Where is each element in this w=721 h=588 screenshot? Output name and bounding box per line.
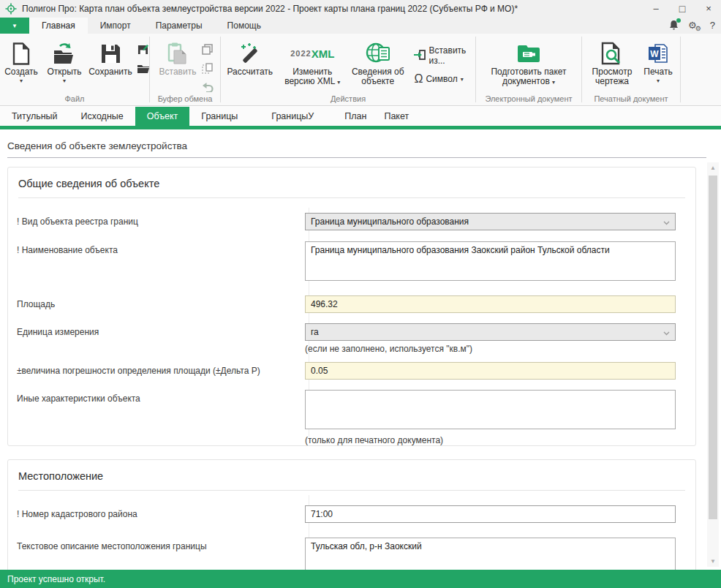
ribbon-tab-bar: ▼ Главная Импорт Параметры Помощь ⚙ ⚙ ?: [0, 18, 721, 34]
save-floppy-icon: [100, 39, 121, 67]
group-label-file: Файл: [0, 94, 149, 103]
ribbon: Создать ▾ Открыть ▾: [0, 34, 721, 106]
minimize-icon[interactable]: –: [648, 1, 664, 16]
application-window: Полигон Про: Карта план объекта землеуст…: [0, 0, 721, 588]
undo-icon[interactable]: [202, 82, 214, 95]
object-name-textarea[interactable]: Граница муниципального образования Заокс…: [305, 241, 676, 281]
field-row-location-description: Текстовое описание местоположения границ…: [8, 538, 695, 570]
group-label-actions: Действия: [221, 94, 475, 103]
globe-info-icon: [366, 39, 390, 67]
location-description-textarea[interactable]: Тульская обл, р-н Заокский: [305, 538, 676, 570]
tab-granitsy-u[interactable]: ГраницыУ: [260, 107, 325, 126]
dropdown-caret-icon: ▾: [657, 78, 660, 84]
field-row-other: Иные характеристики объекта (только для …: [8, 390, 695, 445]
scroll-up-icon[interactable]: ▲: [707, 162, 719, 173]
tab-obekt[interactable]: Объект: [135, 107, 190, 126]
field-row-unit: Единица измерения га (если не заполнено,…: [8, 323, 695, 354]
help-icon[interactable]: ?: [710, 20, 715, 31]
ribbon-group-clipboard: Вставить: [150, 34, 220, 105]
close-icon[interactable]: ×: [701, 1, 717, 16]
tab-titulny[interactable]: Титульный: [0, 107, 69, 126]
page-title: Сведения об объекте землеустройства: [7, 140, 187, 151]
maximize-icon[interactable]: □: [674, 1, 690, 16]
dropdown-caret-icon: ▾: [20, 78, 23, 84]
select-chevron-icon: [663, 221, 670, 225]
paste-from-icon: [414, 50, 426, 62]
scroll-down-icon[interactable]: ▼: [707, 556, 719, 567]
field-row-object-kind: ! Вид объекта реестра границ Граница мун…: [8, 213, 695, 230]
settings-gear-icon[interactable]: ⚙ ⚙: [688, 20, 697, 31]
menubar-right-icons: ⚙ ⚙ ?: [668, 19, 715, 31]
dropdown-caret-icon: ▾: [461, 76, 464, 83]
tab-plan[interactable]: План: [336, 107, 375, 126]
unit-note: (если не заполнено, используется "кв.м"): [305, 344, 676, 354]
title-bar: Полигон Про: Карта план объекта землеуст…: [0, 0, 721, 18]
status-message: Проект успешно открыт.: [7, 574, 105, 584]
field-row-delta: ±величина погрешности определения площад…: [8, 362, 695, 380]
omega-icon: Ω: [414, 73, 423, 85]
app-logo-icon: [5, 3, 17, 15]
ribbon-tab-parametry[interactable]: Параметры: [143, 18, 215, 34]
window-title: Полигон Про: Карта план объекта землеуст…: [22, 4, 518, 14]
dropdown-caret-icon: ▾: [552, 79, 555, 86]
symbol-button[interactable]: Ω Символ ▾: [414, 73, 475, 85]
ribbon-group-actions: Рассчитать 2022 XML Изменить версию XML …: [221, 34, 475, 105]
status-bar: Проект успешно открыт.: [0, 570, 721, 588]
ribbon-tab-import[interactable]: Импорт: [88, 18, 143, 34]
other-note: (только для печатного документа): [305, 435, 676, 445]
window-controls: – □ ×: [648, 0, 717, 18]
content-area: Сведения об объекте землеустройства Общи…: [0, 129, 721, 570]
document-tab-bar: Титульный Исходные Объект Границы Границ…: [0, 107, 721, 126]
ribbon-separator: [680, 37, 681, 102]
group-label-clipboard: Буфер обмена: [150, 94, 220, 103]
ribbon-group-edoc: Подготовить пакет документов ▾ Электронн…: [476, 34, 581, 105]
ribbon-tab-pomosch[interactable]: Помощь: [215, 18, 273, 34]
section-title-location: Местоположение: [8, 460, 695, 482]
save-as-icon[interactable]: [137, 44, 149, 58]
tab-granitsy[interactable]: Границы: [189, 107, 249, 126]
tab-iskhodnye[interactable]: Исходные: [69, 107, 135, 126]
object-name-label: ! Наименование объекта: [8, 241, 298, 256]
section-title-general: Общие сведения об объекте: [8, 167, 695, 189]
dropdown-caret-icon: ▾: [63, 78, 66, 84]
other-label: Иные характеристики объекта: [8, 390, 298, 404]
unit-select[interactable]: га: [305, 323, 676, 341]
select-chevron-icon: [663, 331, 670, 336]
app-menu-caret-icon: ▼: [12, 23, 18, 29]
open-folder-icon: [53, 39, 76, 67]
open-recent-folder-icon[interactable]: [137, 63, 149, 76]
location-form: ! Номер кадастрового района Текстовое оп…: [8, 505, 695, 570]
xml-2022-icon: 2022 XML: [290, 39, 334, 67]
ribbon-tab-glavnaya[interactable]: Главная: [29, 18, 88, 34]
scrollbar-thumb[interactable]: [709, 176, 717, 519]
dropdown-caret-icon: ▾: [337, 79, 340, 86]
delta-input[interactable]: [305, 362, 676, 380]
app-menu-button[interactable]: ▼: [0, 18, 29, 34]
section-divider: [18, 490, 685, 491]
paste-special-icon[interactable]: [202, 63, 214, 77]
group-label-print: Печатный документ: [582, 94, 680, 103]
location-description-label: Текстовое описание местоположения границ…: [8, 538, 298, 552]
cadastral-district-input[interactable]: [305, 505, 676, 523]
unit-label: Единица измерения: [8, 323, 298, 338]
paste-from-button[interactable]: Вставить из...: [414, 45, 475, 66]
tab-paket[interactable]: Пакет: [375, 107, 418, 126]
field-row-object-name: ! Наименование объекта Граница муниципал…: [8, 241, 695, 284]
new-document-icon: [12, 39, 31, 67]
object-kind-select[interactable]: Граница муниципального образования: [305, 213, 676, 230]
preview-magnifier-icon: [601, 39, 623, 67]
ribbon-group-file: Создать ▾ Открыть ▾: [0, 34, 149, 105]
vertical-scrollbar[interactable]: ▲ ▼: [707, 162, 719, 567]
magic-wand-icon: [239, 39, 261, 67]
notifications-bell-icon[interactable]: [668, 19, 679, 31]
section-divider: [18, 197, 685, 198]
section-general-info: Общие сведения об объекте ! Вид объекта …: [7, 167, 696, 446]
other-textarea[interactable]: [305, 390, 676, 429]
object-kind-label: ! Вид объекта реестра границ: [8, 213, 298, 227]
area-input[interactable]: [305, 295, 676, 313]
area-label: Площадь: [8, 295, 298, 310]
usb-folder-icon: [516, 39, 541, 67]
word-document-icon: W: [648, 39, 668, 67]
ribbon-group-print: Просмотр чертежа W Печать ▾ Печатный док…: [582, 34, 680, 105]
copy-icon[interactable]: [202, 44, 214, 58]
